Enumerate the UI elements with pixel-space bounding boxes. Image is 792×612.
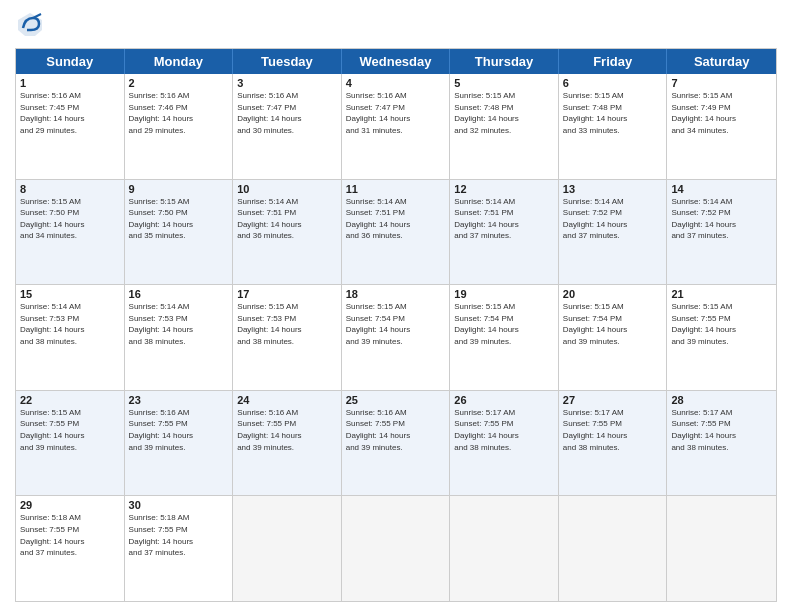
col-header-thursday: Thursday xyxy=(450,49,559,74)
day-number: 6 xyxy=(563,77,663,89)
day-cell-8: 8Sunrise: 5:15 AM Sunset: 7:50 PM Daylig… xyxy=(16,180,125,285)
day-info: Sunrise: 5:15 AM Sunset: 7:55 PM Dayligh… xyxy=(20,407,120,453)
day-cell-2: 2Sunrise: 5:16 AM Sunset: 7:46 PM Daylig… xyxy=(125,74,234,179)
day-cell-29: 29Sunrise: 5:18 AM Sunset: 7:55 PM Dayli… xyxy=(16,496,125,601)
day-info: Sunrise: 5:16 AM Sunset: 7:55 PM Dayligh… xyxy=(237,407,337,453)
empty-cell xyxy=(450,496,559,601)
day-number: 8 xyxy=(20,183,120,195)
col-header-sunday: Sunday xyxy=(16,49,125,74)
day-number: 7 xyxy=(671,77,772,89)
day-number: 5 xyxy=(454,77,554,89)
day-cell-5: 5Sunrise: 5:15 AM Sunset: 7:48 PM Daylig… xyxy=(450,74,559,179)
day-number: 20 xyxy=(563,288,663,300)
page: SundayMondayTuesdayWednesdayThursdayFrid… xyxy=(0,0,792,612)
calendar-row-2: 8Sunrise: 5:15 AM Sunset: 7:50 PM Daylig… xyxy=(16,180,776,286)
header xyxy=(15,10,777,40)
day-info: Sunrise: 5:16 AM Sunset: 7:45 PM Dayligh… xyxy=(20,90,120,136)
calendar-row-4: 22Sunrise: 5:15 AM Sunset: 7:55 PM Dayli… xyxy=(16,391,776,497)
day-info: Sunrise: 5:15 AM Sunset: 7:50 PM Dayligh… xyxy=(129,196,229,242)
day-info: Sunrise: 5:15 AM Sunset: 7:54 PM Dayligh… xyxy=(563,301,663,347)
day-cell-1: 1Sunrise: 5:16 AM Sunset: 7:45 PM Daylig… xyxy=(16,74,125,179)
day-info: Sunrise: 5:15 AM Sunset: 7:54 PM Dayligh… xyxy=(346,301,446,347)
day-cell-21: 21Sunrise: 5:15 AM Sunset: 7:55 PM Dayli… xyxy=(667,285,776,390)
day-number: 18 xyxy=(346,288,446,300)
day-number: 3 xyxy=(237,77,337,89)
day-info: Sunrise: 5:16 AM Sunset: 7:55 PM Dayligh… xyxy=(129,407,229,453)
day-info: Sunrise: 5:15 AM Sunset: 7:54 PM Dayligh… xyxy=(454,301,554,347)
empty-cell xyxy=(342,496,451,601)
day-cell-6: 6Sunrise: 5:15 AM Sunset: 7:48 PM Daylig… xyxy=(559,74,668,179)
empty-cell xyxy=(233,496,342,601)
day-cell-24: 24Sunrise: 5:16 AM Sunset: 7:55 PM Dayli… xyxy=(233,391,342,496)
day-info: Sunrise: 5:15 AM Sunset: 7:53 PM Dayligh… xyxy=(237,301,337,347)
day-info: Sunrise: 5:18 AM Sunset: 7:55 PM Dayligh… xyxy=(129,512,229,558)
day-cell-14: 14Sunrise: 5:14 AM Sunset: 7:52 PM Dayli… xyxy=(667,180,776,285)
col-header-wednesday: Wednesday xyxy=(342,49,451,74)
day-info: Sunrise: 5:17 AM Sunset: 7:55 PM Dayligh… xyxy=(454,407,554,453)
day-info: Sunrise: 5:14 AM Sunset: 7:51 PM Dayligh… xyxy=(346,196,446,242)
day-number: 9 xyxy=(129,183,229,195)
day-number: 15 xyxy=(20,288,120,300)
calendar-header: SundayMondayTuesdayWednesdayThursdayFrid… xyxy=(16,49,776,74)
empty-cell xyxy=(559,496,668,601)
day-info: Sunrise: 5:17 AM Sunset: 7:55 PM Dayligh… xyxy=(563,407,663,453)
day-info: Sunrise: 5:17 AM Sunset: 7:55 PM Dayligh… xyxy=(671,407,772,453)
day-number: 27 xyxy=(563,394,663,406)
day-info: Sunrise: 5:16 AM Sunset: 7:47 PM Dayligh… xyxy=(237,90,337,136)
day-cell-25: 25Sunrise: 5:16 AM Sunset: 7:55 PM Dayli… xyxy=(342,391,451,496)
day-number: 4 xyxy=(346,77,446,89)
empty-cell xyxy=(667,496,776,601)
day-cell-7: 7Sunrise: 5:15 AM Sunset: 7:49 PM Daylig… xyxy=(667,74,776,179)
day-number: 25 xyxy=(346,394,446,406)
day-info: Sunrise: 5:16 AM Sunset: 7:46 PM Dayligh… xyxy=(129,90,229,136)
day-cell-27: 27Sunrise: 5:17 AM Sunset: 7:55 PM Dayli… xyxy=(559,391,668,496)
day-number: 28 xyxy=(671,394,772,406)
day-cell-18: 18Sunrise: 5:15 AM Sunset: 7:54 PM Dayli… xyxy=(342,285,451,390)
day-cell-12: 12Sunrise: 5:14 AM Sunset: 7:51 PM Dayli… xyxy=(450,180,559,285)
day-info: Sunrise: 5:18 AM Sunset: 7:55 PM Dayligh… xyxy=(20,512,120,558)
day-number: 23 xyxy=(129,394,229,406)
day-number: 10 xyxy=(237,183,337,195)
day-cell-19: 19Sunrise: 5:15 AM Sunset: 7:54 PM Dayli… xyxy=(450,285,559,390)
day-cell-3: 3Sunrise: 5:16 AM Sunset: 7:47 PM Daylig… xyxy=(233,74,342,179)
day-cell-28: 28Sunrise: 5:17 AM Sunset: 7:55 PM Dayli… xyxy=(667,391,776,496)
day-info: Sunrise: 5:14 AM Sunset: 7:52 PM Dayligh… xyxy=(563,196,663,242)
day-cell-26: 26Sunrise: 5:17 AM Sunset: 7:55 PM Dayli… xyxy=(450,391,559,496)
day-cell-13: 13Sunrise: 5:14 AM Sunset: 7:52 PM Dayli… xyxy=(559,180,668,285)
day-number: 12 xyxy=(454,183,554,195)
day-cell-16: 16Sunrise: 5:14 AM Sunset: 7:53 PM Dayli… xyxy=(125,285,234,390)
day-number: 1 xyxy=(20,77,120,89)
calendar-row-3: 15Sunrise: 5:14 AM Sunset: 7:53 PM Dayli… xyxy=(16,285,776,391)
day-number: 19 xyxy=(454,288,554,300)
col-header-friday: Friday xyxy=(559,49,668,74)
col-header-monday: Monday xyxy=(125,49,234,74)
day-info: Sunrise: 5:14 AM Sunset: 7:53 PM Dayligh… xyxy=(20,301,120,347)
day-number: 17 xyxy=(237,288,337,300)
day-info: Sunrise: 5:14 AM Sunset: 7:52 PM Dayligh… xyxy=(671,196,772,242)
day-cell-4: 4Sunrise: 5:16 AM Sunset: 7:47 PM Daylig… xyxy=(342,74,451,179)
day-cell-23: 23Sunrise: 5:16 AM Sunset: 7:55 PM Dayli… xyxy=(125,391,234,496)
day-number: 13 xyxy=(563,183,663,195)
day-number: 30 xyxy=(129,499,229,511)
day-info: Sunrise: 5:15 AM Sunset: 7:48 PM Dayligh… xyxy=(454,90,554,136)
day-info: Sunrise: 5:16 AM Sunset: 7:47 PM Dayligh… xyxy=(346,90,446,136)
day-number: 16 xyxy=(129,288,229,300)
day-number: 29 xyxy=(20,499,120,511)
day-number: 24 xyxy=(237,394,337,406)
day-info: Sunrise: 5:14 AM Sunset: 7:53 PM Dayligh… xyxy=(129,301,229,347)
day-number: 14 xyxy=(671,183,772,195)
day-cell-17: 17Sunrise: 5:15 AM Sunset: 7:53 PM Dayli… xyxy=(233,285,342,390)
day-number: 22 xyxy=(20,394,120,406)
day-cell-15: 15Sunrise: 5:14 AM Sunset: 7:53 PM Dayli… xyxy=(16,285,125,390)
calendar: SundayMondayTuesdayWednesdayThursdayFrid… xyxy=(15,48,777,602)
col-header-saturday: Saturday xyxy=(667,49,776,74)
day-cell-11: 11Sunrise: 5:14 AM Sunset: 7:51 PM Dayli… xyxy=(342,180,451,285)
day-cell-20: 20Sunrise: 5:15 AM Sunset: 7:54 PM Dayli… xyxy=(559,285,668,390)
day-number: 2 xyxy=(129,77,229,89)
day-number: 11 xyxy=(346,183,446,195)
day-info: Sunrise: 5:15 AM Sunset: 7:50 PM Dayligh… xyxy=(20,196,120,242)
day-cell-9: 9Sunrise: 5:15 AM Sunset: 7:50 PM Daylig… xyxy=(125,180,234,285)
day-info: Sunrise: 5:15 AM Sunset: 7:49 PM Dayligh… xyxy=(671,90,772,136)
calendar-row-1: 1Sunrise: 5:16 AM Sunset: 7:45 PM Daylig… xyxy=(16,74,776,180)
day-cell-22: 22Sunrise: 5:15 AM Sunset: 7:55 PM Dayli… xyxy=(16,391,125,496)
